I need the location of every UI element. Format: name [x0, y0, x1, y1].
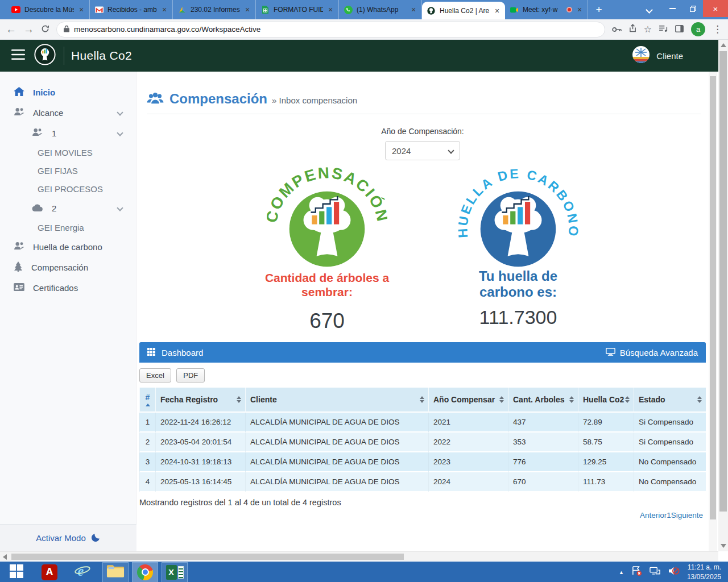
tab-search-chevron-icon[interactable] [646, 6, 653, 14]
tab-close-icon[interactable]: × [410, 6, 417, 13]
status-cell: No Compensado [634, 452, 706, 472]
tray-chevron-icon[interactable]: ▲ [619, 569, 624, 575]
col-header-estado[interactable]: Estado [634, 388, 706, 413]
network-icon[interactable] [650, 567, 660, 578]
table-cell: 670 [508, 472, 578, 492]
table-row[interactable]: 1 2022-11-24 16:26:12 ALCALDÍA MUNICIPAL… [139, 413, 706, 433]
col-header-cliente[interactable]: Cliente [245, 388, 428, 413]
scroll-left-arrow[interactable] [3, 554, 7, 560]
acrobat-taskbar-button[interactable]: A [33, 562, 66, 582]
inner-vertical-scrollbar[interactable] [709, 72, 717, 551]
sidebar-item-compensacion[interactable]: Compensación [0, 257, 136, 277]
scroll-up-arrow[interactable] [721, 43, 726, 47]
excel-taskbar-button[interactable]: X [162, 562, 188, 582]
new-tab-button[interactable]: + [592, 2, 606, 17]
address-bar[interactable]: menoscarbono.cundinamarca.gov.co/Workspa… [56, 22, 605, 38]
minimize-button[interactable] [662, 0, 682, 17]
flag-alert-icon[interactable] [631, 566, 642, 579]
tab-sheets[interactable]: FORMATO FUID × [256, 0, 339, 19]
side-panel-icon[interactable] [675, 24, 684, 35]
taskbar-clock[interactable]: 11:21 a. m. 13/05/2025 [687, 563, 721, 582]
sidebar-item-alcance[interactable]: Alcance [0, 102, 136, 123]
menu-dots-icon[interactable]: ⋮ [713, 23, 722, 35]
browser-toolbar: ← → menoscarbono.cundinamarca.gov.co/Wor… [0, 19, 728, 40]
ie-icon: e [74, 563, 91, 582]
footprint-logo: HUELLA DE CARBONO [458, 163, 578, 268]
tab-youtube[interactable]: Descubre la Mús × [7, 0, 90, 19]
user-role-label[interactable]: Cliente [656, 51, 683, 61]
users-group-icon [147, 92, 164, 106]
tab-close-icon[interactable]: × [327, 6, 334, 13]
sidebar-item-gei-energia[interactable]: GEI Energia [0, 218, 136, 236]
app-logo [34, 44, 56, 68]
tab-close-icon[interactable]: × [494, 7, 500, 14]
chevron-down-icon [117, 130, 123, 136]
tab-close-icon[interactable]: × [244, 6, 251, 13]
tab-close-icon[interactable]: × [161, 6, 168, 13]
sidebar-item-certificados[interactable]: Certificados [0, 277, 136, 298]
sidebar-item-gei-procesos[interactable]: GEI PROCESOS [0, 180, 136, 198]
tab-gmail[interactable]: Recibidos - amb × [90, 0, 173, 19]
pager-prev[interactable]: Anterior [640, 511, 667, 519]
col-header-huella[interactable]: Huella Co2 [578, 388, 634, 413]
toolbar-icons: ☆ a ⋮ [612, 22, 722, 36]
bookmark-star-icon[interactable]: ☆ [644, 24, 652, 35]
start-button[interactable] [0, 562, 33, 582]
forward-icon[interactable]: → [23, 24, 34, 35]
reload-icon[interactable] [41, 24, 49, 35]
profile-avatar[interactable]: a [691, 22, 705, 36]
ie-taskbar-button[interactable]: e [66, 562, 99, 582]
explorer-taskbar-button[interactable] [102, 562, 129, 582]
pager-next[interactable]: Siguiente [671, 511, 703, 519]
col-header-num[interactable]: # [139, 388, 155, 413]
close-window-button[interactable]: × [703, 0, 728, 17]
dashboard-panel-bar: Dashboard Búsqueda Avanzada [139, 342, 706, 363]
user-avatar[interactable] [632, 46, 650, 65]
playlist-icon[interactable] [659, 24, 668, 35]
table-row[interactable]: 2 2023-05-04 20:01:54 ALCALDÍA MUNICIPAL… [139, 433, 706, 452]
advanced-search-button[interactable]: Búsqueda Avanzada [606, 348, 698, 357]
dark-mode-toggle[interactable]: Activar Modo [0, 524, 136, 551]
sidebar-item-alcance-2[interactable]: 2 [0, 198, 136, 218]
tab-title: 230.02 Informes [191, 6, 240, 14]
tab-drive[interactable]: 230.02 Informes × [173, 0, 256, 19]
col-header-arboles[interactable]: Cant. Arboles [508, 388, 578, 413]
scrollbar-thumb[interactable] [710, 76, 716, 519]
col-header-ano[interactable]: Año Compensar [428, 388, 508, 413]
col-header-fecha[interactable]: Fecha Registro [155, 388, 245, 413]
table-row[interactable]: 4 2025-05-13 16:14:45 ALCALDÍA MUNICIPAL… [139, 472, 706, 492]
excel-export-button[interactable]: Excel [139, 368, 171, 383]
tab-huella-active[interactable]: Huella Co2 | Are × [422, 2, 505, 19]
app-header: Huella Co2 Cliente [0, 40, 718, 72]
chrome-taskbar-button[interactable] [132, 562, 158, 582]
sidebar-item-inicio[interactable]: Inicio [0, 82, 136, 102]
browser-vertical-scrollbar[interactable] [718, 40, 728, 551]
sidebar-item-alcance-1[interactable]: 1 [0, 123, 136, 143]
speaker-muted-icon[interactable] [668, 566, 680, 578]
key-icon[interactable] [612, 24, 622, 35]
scroll-down-arrow[interactable] [721, 544, 726, 548]
share-icon[interactable] [629, 24, 636, 35]
table-cell: 2025-05-13 16:14:45 [155, 472, 245, 492]
tab-close-icon[interactable]: × [576, 6, 583, 13]
table-row[interactable]: 3 2024-10-31 19:18:13 ALCALDÍA MUNICIPAL… [139, 452, 706, 472]
tab-close-icon[interactable]: × [78, 6, 85, 13]
year-select[interactable]: 2024 [385, 141, 460, 160]
scrollbar-thumb[interactable] [719, 51, 727, 512]
footprint-badge: HUELLA DE CARBONO Tu huella de carbono e… [423, 163, 614, 333]
sidebar-item-gei-moviles[interactable]: GEI MOVILES [0, 143, 136, 161]
back-icon[interactable]: ← [6, 24, 16, 35]
huella-favicon [427, 6, 436, 15]
pager-page-1[interactable]: 1 [667, 511, 671, 519]
recording-indicator [566, 7, 572, 13]
tab-meet[interactable]: Meet: xyf-w × [505, 0, 588, 19]
sidebar-item-huella-carbono[interactable]: Huella de carbono [0, 236, 136, 257]
sidebar-item-gei-fijas[interactable]: GEI FIJAS [0, 161, 136, 180]
restore-button[interactable] [682, 0, 703, 17]
tab-whatsapp[interactable]: (1) WhatsApp × [339, 0, 422, 19]
scrollbar-thumb[interactable] [11, 554, 404, 560]
url-text: menoscarbono.cundinamarca.gov.co/Workspa… [74, 25, 260, 34]
horizontal-scrollbar[interactable] [0, 551, 718, 562]
pdf-export-button[interactable]: PDF [176, 368, 205, 383]
hamburger-icon[interactable] [11, 49, 25, 62]
